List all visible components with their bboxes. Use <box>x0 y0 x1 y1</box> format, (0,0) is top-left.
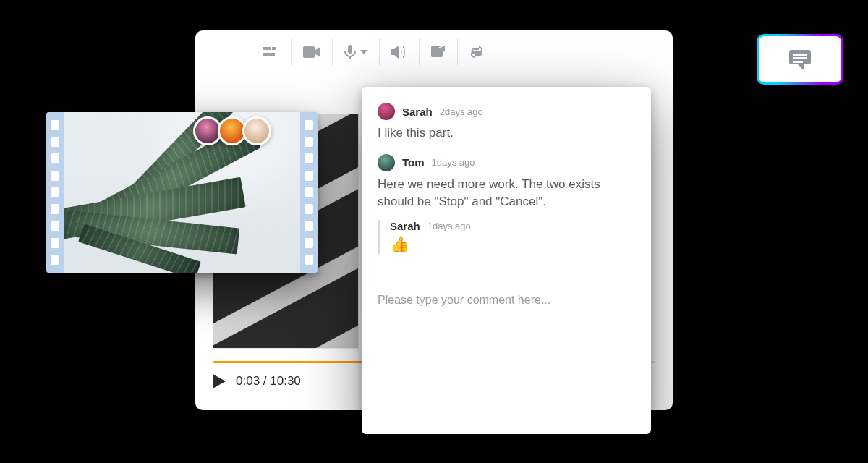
svg-rect-0 <box>263 47 271 50</box>
comment-icon <box>788 48 812 70</box>
avatar <box>378 154 395 171</box>
comments-panel: Sarah 2days ago I like this part. Tom 1d… <box>362 87 651 434</box>
comment-time: 1days ago <box>432 157 475 168</box>
comment-time: 2days ago <box>440 106 483 117</box>
svg-rect-7 <box>793 54 807 56</box>
svg-rect-4 <box>348 45 352 54</box>
playback-time: 0:03 / 10:30 <box>236 374 301 388</box>
avatar <box>378 103 395 120</box>
attach-tool[interactable] <box>458 39 495 65</box>
avatar[interactable] <box>242 116 271 145</box>
comment-tool-highlight <box>757 34 843 85</box>
svg-rect-9 <box>793 61 803 63</box>
svg-rect-2 <box>272 47 276 50</box>
comment-body: I like this part. <box>378 124 635 143</box>
align-icon <box>263 46 279 59</box>
comments-list: Sarah 2days ago I like this part. Tom 1d… <box>362 87 651 279</box>
comment-author: Sarah <box>402 106 433 118</box>
clip-thumbnail <box>64 112 300 273</box>
svg-rect-8 <box>793 57 807 59</box>
video-clip-card[interactable] <box>46 112 318 273</box>
microphone-tool[interactable] <box>333 39 380 65</box>
film-sprocket-left <box>46 112 64 273</box>
video-icon <box>303 46 320 58</box>
reply-body: 👍 <box>390 235 635 254</box>
comment-item: Tom 1days ago Here we need more work. Th… <box>378 154 635 254</box>
play-icon[interactable] <box>213 374 226 388</box>
svg-rect-3 <box>303 46 315 58</box>
comment-textarea[interactable] <box>378 294 635 420</box>
comment-body: Here we need more work. The two exists s… <box>378 176 635 211</box>
video-tool[interactable] <box>292 39 333 65</box>
attach-icon <box>469 45 484 59</box>
editor-toolbar <box>195 30 673 74</box>
comment-item: Sarah 2days ago I like this part. <box>378 103 635 143</box>
align-tool[interactable] <box>252 39 292 65</box>
film-sprocket-right <box>300 112 318 273</box>
comment-input-area <box>362 279 651 434</box>
reply-author: Sarah <box>390 220 420 232</box>
microphone-icon <box>344 45 356 59</box>
collaborator-avatars <box>197 116 271 145</box>
reply-time: 1days ago <box>427 221 471 232</box>
volume-tool[interactable] <box>380 39 420 65</box>
volume-icon <box>391 46 407 59</box>
comment-author: Tom <box>402 156 425 169</box>
share-icon <box>431 46 446 59</box>
svg-rect-1 <box>263 53 275 56</box>
share-tool[interactable] <box>420 39 458 65</box>
comment-tool[interactable] <box>759 36 841 82</box>
comment-reply: Sarah 1days ago 👍 <box>378 220 635 254</box>
chevron-down-icon <box>360 50 367 54</box>
